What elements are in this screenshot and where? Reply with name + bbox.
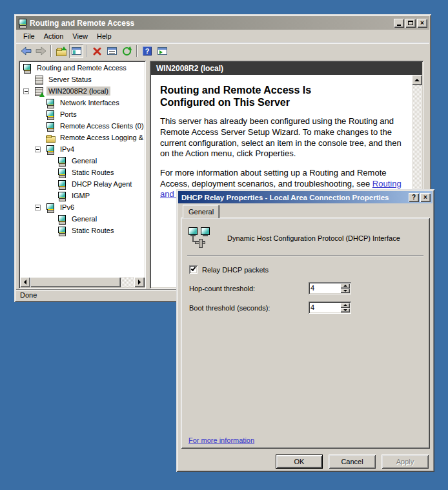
- minus-box-icon: [35, 147, 41, 152]
- tab-general[interactable]: General: [183, 205, 219, 218]
- maximize-button[interactable]: [405, 19, 416, 28]
- tree-item-network-interfaces[interactable]: Network Interfaces: [20, 97, 145, 108]
- boot-threshold-label: Boot threshold (seconds):: [189, 304, 309, 312]
- boot-threshold-input[interactable]: [311, 303, 338, 312]
- boot-threshold-increment-button[interactable]: [340, 303, 350, 308]
- folder-icon: [45, 133, 56, 143]
- help-button[interactable]: ?: [140, 44, 154, 58]
- tree-item-ipv6[interactable]: IPv6: [20, 201, 145, 213]
- result-pane-header: WIN2008R2 (local): [151, 62, 422, 75]
- scroll-right-button[interactable]: [134, 277, 145, 287]
- computer-icon: [57, 168, 67, 178]
- spin-down-icon: [343, 290, 347, 292]
- properties-button[interactable]: [105, 44, 119, 58]
- menu-action[interactable]: Action: [39, 31, 68, 41]
- result-paragraph-1: This server has already been configured …: [160, 116, 403, 159]
- properties-icon: [107, 47, 117, 55]
- tree-item-ipv4-general[interactable]: General: [20, 155, 145, 167]
- tree-item-igmp[interactable]: IGMP: [20, 190, 145, 201]
- dialog-titlebar[interactable]: DHCP Relay Properties - Local Area Conne…: [178, 191, 433, 203]
- console-tree-pane: Routing and Remote Access Server Status …: [19, 61, 146, 289]
- minimize-button[interactable]: [394, 19, 404, 28]
- tree-item-routing-and-remote-access[interactable]: Routing and Remote Access: [20, 62, 145, 74]
- computer-icon: [22, 63, 32, 73]
- dialog-button-row: OK Cancel Apply: [276, 454, 429, 469]
- tree-item-remote-access-clients[interactable]: Remote Access Clients (0): [20, 120, 145, 132]
- new-window-button[interactable]: [155, 44, 169, 58]
- hop-count-row: Hop-count threshold:: [189, 282, 422, 294]
- hop-count-input[interactable]: [311, 283, 338, 292]
- relay-dhcp-packets-row: Relay DHCP packets: [189, 265, 269, 274]
- collapse-toggle[interactable]: [34, 201, 45, 213]
- checkmark-icon: [191, 266, 196, 271]
- menu-file[interactable]: File: [19, 31, 39, 41]
- computer-icon: [57, 226, 67, 236]
- dhcp-relay-properties-dialog: DHCP Relay Properties - Local Area Conne…: [176, 189, 434, 472]
- tree-item-server-status[interactable]: Server Status: [20, 74, 145, 85]
- result-pane-title: WIN2008R2 (local): [156, 64, 223, 73]
- window-title: Routing and Remote Access: [30, 19, 394, 28]
- tree-item-win2008r2[interactable]: WIN2008R2 (local): [20, 85, 145, 97]
- relay-dhcp-packets-label: Relay DHCP packets: [202, 266, 269, 274]
- apply-button[interactable]: Apply: [382, 454, 429, 469]
- status-text: Done: [20, 291, 37, 299]
- console-tree: Routing and Remote Access Server Status …: [20, 62, 145, 277]
- close-icon: ×: [420, 20, 424, 26]
- tree-item-remote-access-logging[interactable]: Remote Access Logging & P: [20, 132, 145, 143]
- menu-view[interactable]: View: [68, 31, 92, 41]
- mmc-titlebar[interactable]: Routing and Remote Access ×: [16, 16, 429, 30]
- tree-item-ipv4-static-routes[interactable]: Static Routes: [20, 167, 145, 178]
- cancel-button[interactable]: Cancel: [329, 454, 376, 469]
- spin-down-icon: [343, 309, 347, 311]
- maximize-icon: [408, 21, 413, 25]
- servers-icon: [34, 75, 44, 85]
- minimize-icon: [397, 25, 401, 26]
- desktop: Routing and Remote Access × File Action …: [0, 0, 448, 490]
- close-icon: ×: [423, 194, 427, 201]
- hop-count-decrement-button[interactable]: [340, 289, 350, 294]
- dialog-close-button[interactable]: ×: [420, 193, 431, 202]
- toolbar-separator: [86, 45, 87, 57]
- show-console-tree-button[interactable]: [69, 44, 83, 58]
- scroll-left-button[interactable]: [20, 277, 30, 287]
- scrollbar-track[interactable]: [121, 277, 134, 287]
- tree-item-ipv4[interactable]: IPv4: [20, 143, 145, 155]
- tree-item-ipv6-static-routes[interactable]: Static Routes: [20, 225, 145, 236]
- computer-icon: [45, 121, 56, 131]
- scroll-up-button[interactable]: [412, 75, 422, 85]
- hop-count-increment-button[interactable]: [340, 283, 350, 289]
- ok-button[interactable]: OK: [276, 454, 323, 469]
- delete-button[interactable]: [90, 44, 104, 58]
- interface-caption: Dynamic Host Configuration Protocol (DHC…: [227, 234, 400, 242]
- boot-threshold-decrement-button[interactable]: [340, 308, 350, 313]
- help-icon: ?: [143, 46, 152, 56]
- boot-threshold-spinner: [309, 301, 351, 314]
- collapse-toggle[interactable]: [22, 85, 34, 97]
- toolbar-separator: [136, 45, 137, 57]
- general-tab-page: Dynamic Host Configuration Protocol (DHC…: [181, 218, 430, 449]
- context-help-button[interactable]: ?: [409, 193, 419, 202]
- forward-button[interactable]: [34, 44, 48, 58]
- menu-help[interactable]: Help: [92, 31, 116, 41]
- close-button[interactable]: ×: [417, 19, 427, 28]
- collapse-toggle[interactable]: [34, 143, 45, 155]
- computer-icon: [45, 98, 56, 108]
- tree-horizontal-scrollbar[interactable]: [20, 277, 145, 287]
- tree-item-ports[interactable]: Ports: [20, 108, 145, 120]
- computer-icon: [45, 110, 56, 119]
- dhcp-relay-icon: [188, 227, 216, 249]
- back-button[interactable]: [19, 44, 33, 58]
- computer-icon: [57, 179, 67, 189]
- up-one-level-button[interactable]: [54, 44, 68, 58]
- computer-icon: [57, 191, 67, 201]
- scrollbar-thumb[interactable]: [30, 277, 121, 287]
- scroll-right-icon: [138, 280, 141, 285]
- refresh-button[interactable]: [119, 44, 134, 58]
- relay-dhcp-packets-checkbox[interactable]: [189, 265, 198, 274]
- minus-box-icon: [23, 88, 29, 94]
- tree-item-ipv6-general[interactable]: General: [20, 213, 145, 225]
- tree-item-dhcp-relay-agent[interactable]: DHCP Relay Agent: [20, 178, 145, 190]
- scroll-left-icon: [24, 280, 26, 285]
- hop-count-label: Hop-count threshold:: [189, 285, 309, 292]
- more-information-link[interactable]: For more information: [188, 436, 254, 444]
